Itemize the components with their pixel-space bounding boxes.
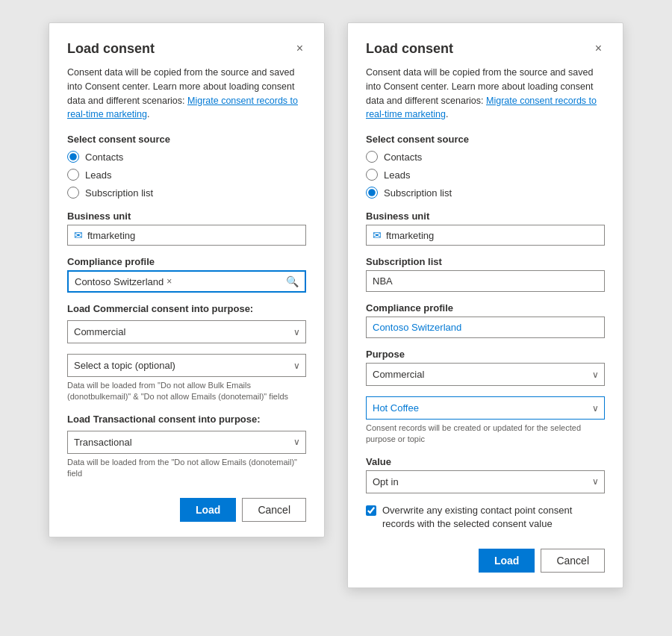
envelope-icon-2: ✉ [373,229,382,241]
dialog-1-header: Load consent × [67,41,306,57]
dialog-1-close-button[interactable]: × [293,41,306,56]
radio-subscription-input-1[interactable] [67,187,79,199]
overwrite-checkbox-row-2: Overwrite any existing contact point con… [366,504,605,531]
consent-source-label-2: Select consent source [366,134,605,145]
topic-select-wrap-2: Hot Coffee Select a topic (optional) ∨ [366,396,605,420]
business-unit-label-1: Business unit [67,211,306,222]
radio-leads-1[interactable]: Leads [67,169,306,181]
compliance-profile-input-1[interactable]: Contoso Switzerland × 🔍 [67,270,306,293]
compliance-search-icon-1: 🔍 [286,275,299,287]
dialog-1: Load consent × Consent data will be copi… [49,22,325,537]
radio-subscription-2[interactable]: Subscription list [366,187,605,199]
purpose-select-2[interactable]: Commercial Transactional [366,363,605,386]
dialog-2: Load consent × Consent data will be copi… [347,22,623,588]
transactional-purpose-field-1: Transactional Commercial ∨ Data will be … [67,431,306,480]
dialog-1-load-button[interactable]: Load [180,498,236,522]
dialog-2-cancel-button[interactable]: Cancel [541,549,605,573]
dialog-2-load-button[interactable]: Load [479,549,535,573]
dialog-2-description: Consent data will be copied from the sou… [366,66,605,122]
business-unit-field-1: Business unit ✉ [67,211,306,246]
compliance-tag-remove-1[interactable]: × [167,276,172,287]
subscription-list-input-2[interactable] [366,270,605,292]
value-select-2[interactable]: Opt in Opt out [366,470,605,493]
topic-note-2: Consent records will be created or updat… [366,423,605,446]
dialog-2-footer: Load Cancel [366,549,605,573]
subscription-list-field-2: Subscription list [366,256,605,292]
radio-leads-label-1: Leads [85,169,111,181]
compliance-profile-value-2: Contoso Switzerland [366,317,605,338]
dialog-2-header: Load consent × [366,41,605,57]
business-unit-field-2: Business unit ✉ [366,211,605,246]
radio-subscription-1[interactable]: Subscription list [67,187,306,199]
compliance-profile-label-1: Compliance profile [67,256,306,267]
transactional-note-1: Data will be loaded from the "Do not all… [67,457,306,480]
business-unit-text-2[interactable] [386,230,598,241]
radio-leads-label-2: Leads [384,169,410,181]
transactional-purpose-select-1[interactable]: Transactional Commercial [67,431,306,454]
radio-subscription-input-2[interactable] [366,187,378,199]
commercial-purpose-field-1: Commercial Transactional ∨ [67,320,306,343]
value-label-2: Value [366,456,605,467]
purpose-select-wrap-2: Commercial Transactional ∨ [366,363,605,386]
commercial-note-1: Data will be loaded from "Do not allow B… [67,380,306,403]
compliance-profile-field-1: Compliance profile Contoso Switzerland ×… [67,256,306,293]
radio-contacts-2[interactable]: Contacts [366,151,605,163]
business-unit-text-1[interactable] [87,230,299,241]
radio-subscription-label-1: Subscription list [85,187,153,199]
dialog-1-title: Load consent [67,41,155,57]
radio-subscription-label-2: Subscription list [384,187,452,199]
compliance-tag-1: Contoso Switzerland × [75,276,172,287]
radio-leads-input-2[interactable] [366,169,378,181]
compliance-profile-label-2: Compliance profile [366,302,605,314]
business-unit-input-2[interactable]: ✉ [366,225,605,246]
commercial-section-title-1: Load Commercial consent into purpose: [67,303,306,314]
radio-contacts-label-1: Contacts [85,152,123,163]
value-select-wrap-2: Opt in Opt out ∨ [366,470,605,493]
consent-source-label-1: Select consent source [67,134,306,145]
commercial-purpose-select-1[interactable]: Commercial Transactional [67,320,306,343]
topic-select-2[interactable]: Hot Coffee Select a topic (optional) [366,396,605,420]
consent-source-radio-group-1: Contacts Leads Subscription list [67,151,306,199]
business-unit-label-2: Business unit [366,211,605,222]
transactional-purpose-select-wrap-1: Transactional Commercial ∨ [67,431,306,454]
subscription-list-label-2: Subscription list [366,256,605,267]
radio-contacts-input-2[interactable] [366,151,378,163]
radio-contacts-input-1[interactable] [67,151,79,163]
radio-leads-input-1[interactable] [67,169,79,181]
compliance-profile-field-2: Compliance profile Contoso Switzerland [366,302,605,338]
radio-contacts-label-2: Contacts [384,152,422,163]
dialog-2-close-button[interactable]: × [592,41,605,56]
business-unit-input-1[interactable]: ✉ [67,225,306,246]
purpose-label-2: Purpose [366,349,605,360]
dialog-2-title: Load consent [366,41,453,57]
consent-source-radio-group-2: Contacts Leads Subscription list [366,151,605,199]
compliance-tag-text-1: Contoso Switzerland [75,276,164,287]
commercial-topic-field-1: Select a topic (optional) ∨ Data will be… [67,354,306,403]
overwrite-checkbox-label-2: Overwrite any existing contact point con… [382,504,605,531]
overwrite-checkbox-2[interactable] [366,505,376,516]
dialog-1-cancel-button[interactable]: Cancel [242,498,306,522]
commercial-purpose-select-wrap-1: Commercial Transactional ∨ [67,320,306,343]
radio-contacts-1[interactable]: Contacts [67,151,306,163]
radio-leads-2[interactable]: Leads [366,169,605,181]
transactional-section-title-1: Load Transactional consent into purpose: [67,414,306,425]
dialog-1-description: Consent data will be copied from the sou… [67,66,306,122]
purpose-field-2: Purpose Commercial Transactional ∨ [366,349,605,386]
envelope-icon-1: ✉ [74,229,83,241]
dialog-1-footer: Load Cancel [67,498,306,522]
commercial-topic-select-wrap-1: Select a topic (optional) ∨ [67,354,306,377]
commercial-topic-select-1[interactable]: Select a topic (optional) [67,354,306,377]
topic-field-2: Hot Coffee Select a topic (optional) ∨ C… [366,396,605,446]
value-field-2: Value Opt in Opt out ∨ [366,456,605,493]
